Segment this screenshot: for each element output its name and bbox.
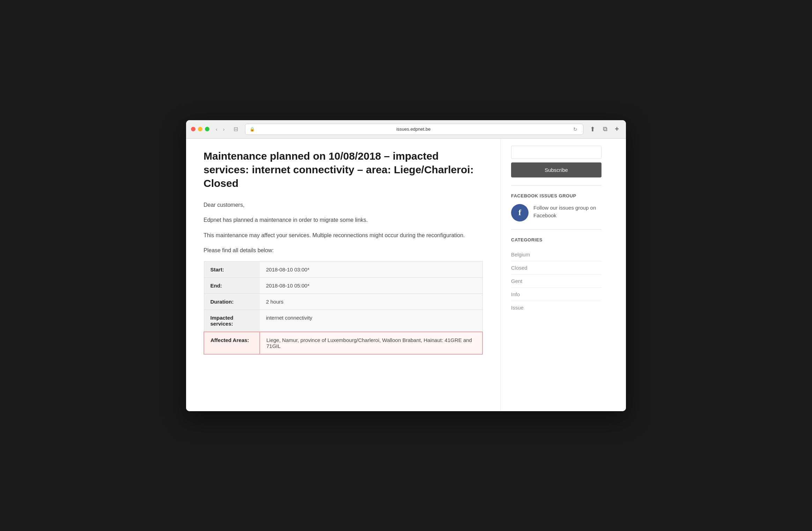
table-row: Start:2018-08-10 03:00* — [204, 261, 482, 277]
address-bar[interactable]: 🔒 issues.edpnet.be ↻ — [245, 124, 583, 135]
table-cell-label: End: — [204, 277, 260, 293]
url-text: issues.edpnet.be — [257, 126, 570, 132]
table-row: Duration:2 hours — [204, 293, 482, 310]
reload-button[interactable]: ↻ — [572, 126, 579, 133]
categories-title: CATEGORIES — [511, 237, 601, 242]
table-cell-value: 2018-08-10 05:00* — [260, 277, 482, 293]
browser-chrome: ‹ › ⊟ 🔒 issues.edpnet.be ↻ ⬆ ⧉ + — [186, 120, 626, 139]
table-cell-label: Start: — [204, 261, 260, 277]
lock-icon: 🔒 — [250, 127, 255, 132]
share-button[interactable]: ⬆ — [588, 124, 598, 134]
para1-text: Edpnet has planned a maintenance in orde… — [204, 216, 483, 225]
main-content: Maintenance planned on 10/08/2018 – impa… — [186, 139, 500, 411]
facebook-follow-text: Follow our issues group on — [533, 205, 596, 211]
para3-text: Please find all details below: — [204, 246, 483, 255]
forward-button[interactable]: › — [221, 125, 227, 133]
subscribe-input[interactable] — [511, 146, 601, 159]
subscribe-button[interactable]: Subscribe — [511, 162, 601, 177]
category-item[interactable]: Issue — [511, 301, 601, 314]
back-button[interactable]: ‹ — [214, 125, 220, 133]
table-cell-value: Liege, Namur, province of Luxembourg/Cha… — [260, 332, 482, 354]
sidebar: Subscribe FACEBOOK ISSUES GROUP f Follow… — [500, 139, 612, 411]
category-item[interactable]: Info — [511, 288, 601, 301]
categories-list: BelgiumClosedGentInfoIssue — [511, 248, 601, 314]
divider-2 — [511, 229, 601, 230]
details-table: Start:2018-08-10 03:00*End:2018-08-10 05… — [204, 261, 483, 355]
minimize-button[interactable] — [198, 127, 202, 131]
table-cell-value: 2 hours — [260, 293, 482, 310]
facebook-block: f Follow our issues group on Facebook — [511, 204, 601, 221]
facebook-f-letter: f — [518, 208, 521, 217]
greeting-text: Dear customers, — [204, 201, 483, 210]
para2-text: This maintenance may affect your service… — [204, 231, 483, 240]
table-cell-label: Duration: — [204, 293, 260, 310]
facebook-link-text[interactable]: Facebook — [533, 212, 556, 218]
sidebar-toggle-button[interactable]: ⊟ — [231, 125, 241, 133]
category-item[interactable]: Closed — [511, 261, 601, 275]
facebook-text: Follow our issues group on Facebook — [533, 204, 596, 220]
table-row: Affected Areas:Liege, Namur, province of… — [204, 332, 482, 354]
close-button[interactable] — [191, 127, 195, 131]
nav-buttons: ‹ › — [214, 125, 227, 133]
table-cell-value: 2018-08-10 03:00* — [260, 261, 482, 277]
add-tab-button[interactable]: + — [613, 124, 621, 134]
table-cell-label: Affected Areas: — [204, 332, 260, 354]
traffic-lights — [191, 127, 209, 131]
category-item[interactable]: Gent — [511, 275, 601, 288]
table-row: End:2018-08-10 05:00* — [204, 277, 482, 293]
divider-1 — [511, 185, 601, 186]
table-cell-value: internet connectivity — [260, 310, 482, 332]
browser-window: ‹ › ⊟ 🔒 issues.edpnet.be ↻ ⬆ ⧉ + Mainten… — [186, 120, 626, 411]
article-body: Dear customers, Edpnet has planned a mai… — [204, 201, 483, 255]
article-title: Maintenance planned on 10/08/2018 – impa… — [204, 149, 483, 190]
page-content: Maintenance planned on 10/08/2018 – impa… — [186, 139, 626, 411]
browser-actions: ⬆ ⧉ + — [588, 124, 621, 134]
maximize-button[interactable] — [205, 127, 209, 131]
facebook-section-title: FACEBOOK ISSUES GROUP — [511, 193, 601, 198]
facebook-icon[interactable]: f — [511, 204, 529, 221]
table-cell-label: Impacted services: — [204, 310, 260, 332]
table-row: Impacted services:internet connectivity — [204, 310, 482, 332]
category-item[interactable]: Belgium — [511, 248, 601, 261]
tab-overview-button[interactable]: ⧉ — [600, 124, 610, 134]
